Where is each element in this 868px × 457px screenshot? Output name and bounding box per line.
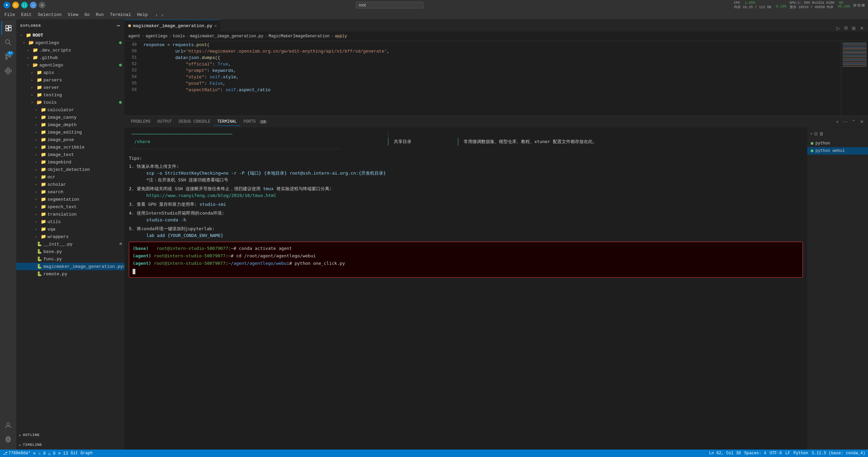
status-sync[interactable]: ⊙ bbox=[33, 451, 36, 456]
svg-rect-1 bbox=[9, 25, 11, 27]
tree-translation[interactable]: ▸📁translation bbox=[16, 211, 124, 218]
right-panel-trash[interactable]: 🗑 bbox=[819, 131, 824, 136]
tip-2: 2. 避免因终端关闭或 SSH 连接断开导致任务终止，强烈建议使用 tmux 将… bbox=[129, 185, 803, 199]
tree-func-py[interactable]: 🐍 func.py bbox=[16, 255, 124, 263]
activity-search[interactable] bbox=[1, 36, 15, 49]
window-controls[interactable]: ⊟⊡⊠ bbox=[853, 2, 865, 8]
tree-utils[interactable]: ▸📁utils bbox=[16, 218, 124, 225]
menu-view[interactable]: View bbox=[65, 11, 81, 18]
menu-edit[interactable]: Edit bbox=[18, 11, 34, 18]
activity-explorer[interactable] bbox=[1, 21, 15, 35]
title-search-input[interactable] bbox=[356, 2, 424, 8]
outline-header[interactable]: ▸ OUTLINE bbox=[16, 430, 124, 440]
tree-segmentation[interactable]: ▸📁segmentation bbox=[16, 196, 124, 203]
sidebar-menu-btn[interactable]: ⋯ bbox=[117, 22, 120, 29]
status-eol[interactable]: LF bbox=[785, 451, 790, 456]
terminal-item-python[interactable]: python bbox=[807, 140, 868, 147]
tree-remote-py[interactable]: 🐍 remote.py bbox=[16, 270, 124, 278]
tree-wrappers[interactable]: ▸📁wrappers bbox=[16, 233, 124, 240]
tree-parsers[interactable]: ▸📁parsers bbox=[16, 76, 124, 84]
status-language[interactable]: Python bbox=[793, 451, 808, 456]
tree-vqa[interactable]: ▸📁vqa bbox=[16, 225, 124, 233]
menu-file[interactable]: File bbox=[2, 11, 18, 18]
tree-agentlego-top[interactable]: ▾ 📂 agentlego bbox=[16, 39, 124, 46]
panel-maximize-btn[interactable]: ⌃ bbox=[850, 118, 857, 125]
breadcrumb-agentlego[interactable]: agentlego bbox=[146, 34, 168, 39]
system-stats: CPU 1.05% 内存 10.25 / 112 GB 9.15% GPU-1:… bbox=[734, 1, 865, 9]
activity-account[interactable] bbox=[1, 418, 15, 432]
tree-magicmaker-py[interactable]: 🐍 magicmaker_image_generation.py U bbox=[16, 263, 124, 270]
menu-go[interactable]: Go bbox=[82, 11, 93, 18]
tree-scholar[interactable]: ▸📁scholar bbox=[16, 181, 124, 188]
menu-help[interactable]: Help bbox=[134, 11, 150, 18]
tab-magicmaker[interactable]: magicmaker_image_generation.py ✕ bbox=[125, 20, 220, 32]
tip-1: 1. 快速从本地上传文件: scp -o StrictHostKeyChecki… bbox=[129, 163, 803, 183]
tree-calculator[interactable]: ▸📁calculator bbox=[16, 106, 124, 114]
tree-base-py[interactable]: 🐍 base.py bbox=[16, 248, 124, 255]
tree-image-editing[interactable]: ▸📁image_editing bbox=[16, 128, 124, 136]
editor-layout-btn[interactable]: ⊞ bbox=[850, 25, 857, 32]
command-box[interactable]: (base) root@intern-studio-50079077:~# co… bbox=[129, 242, 803, 278]
breadcrumb-file[interactable]: magicmaker_image_generation.py bbox=[190, 34, 263, 39]
breadcrumb-method[interactable]: apply bbox=[335, 34, 347, 39]
status-position[interactable]: Ln 62, Col 30 bbox=[709, 451, 741, 456]
panel-close-btn[interactable]: ✕ bbox=[859, 118, 865, 125]
tree-tools[interactable]: ▾📂tools bbox=[16, 99, 124, 106]
timeline-header[interactable]: ▸ TIMELINE bbox=[16, 440, 124, 450]
tree-ocr[interactable]: ▸📁ocr bbox=[16, 173, 124, 181]
tab-ports[interactable]: PORTS 13 bbox=[240, 118, 270, 126]
tree-root[interactable]: ▾ 📁 ROOT bbox=[16, 32, 124, 39]
tab-output[interactable]: OUTPUT bbox=[154, 118, 175, 126]
breadcrumb-tools[interactable]: tools bbox=[173, 34, 185, 39]
status-errors[interactable]: ⚠ 0 △ 0 bbox=[38, 451, 55, 456]
tab-close-btn[interactable]: ✕ bbox=[214, 23, 217, 28]
status-git-graph[interactable]: Git Graph bbox=[71, 451, 93, 456]
activity-settings[interactable] bbox=[1, 433, 15, 446]
tree-testing[interactable]: ▸📁testing bbox=[16, 91, 124, 99]
right-panel-add[interactable]: + bbox=[810, 131, 813, 136]
tree-object-detection[interactable]: ▸📁object_detection bbox=[16, 166, 124, 173]
tree-agentlego-inner[interactable]: ▾📂agentlego bbox=[16, 61, 124, 69]
tab-debug-console[interactable]: DEBUG CONSOLE bbox=[175, 118, 214, 126]
tree-apis[interactable]: ▸📁apis bbox=[16, 69, 124, 76]
status-git-branch[interactable]: ⎇ 7769e0da* bbox=[3, 451, 31, 456]
terminal-item-webui[interactable]: python webui bbox=[807, 147, 868, 155]
tree-speech-text[interactable]: ▸📁speech_text bbox=[16, 203, 124, 211]
code-content[interactable]: response = requests.post( url='https://m… bbox=[140, 41, 841, 116]
tree-github[interactable]: ▸📁.github bbox=[16, 54, 124, 61]
menu-run[interactable]: Run bbox=[93, 11, 106, 18]
nav-forward[interactable]: › bbox=[160, 12, 165, 18]
breadcrumb-class[interactable]: MagicMakerImageGeneration bbox=[269, 34, 330, 39]
nav-back[interactable]: ‹ bbox=[155, 12, 159, 18]
right-panel-split[interactable]: ⊟ bbox=[814, 131, 818, 136]
editor-split-btn[interactable]: ⧉ bbox=[843, 24, 849, 32]
tab-problems[interactable]: PROBLEMS bbox=[128, 118, 154, 126]
tree-image-pose[interactable]: ▸📁image_pose bbox=[16, 136, 124, 143]
editor-run-btn[interactable]: ▷ bbox=[835, 25, 842, 32]
tree-dev-scripts[interactable]: ▸📁.dev_scripts bbox=[16, 46, 124, 54]
breadcrumb-agent[interactable]: agent bbox=[128, 34, 140, 39]
activity-extensions[interactable] bbox=[1, 64, 15, 78]
editor-close-btn[interactable]: ✕ bbox=[859, 25, 865, 32]
panel-add-btn[interactable]: + bbox=[835, 118, 840, 125]
status-interpreter[interactable]: 3.11.5 (base: conda_4) bbox=[812, 451, 865, 456]
tree-imagebind[interactable]: ▸📁imagebind bbox=[16, 158, 124, 166]
menu-terminal[interactable]: Terminal bbox=[107, 11, 134, 18]
tree-search[interactable]: ▸📁search bbox=[16, 188, 124, 196]
tree-server[interactable]: ▸📁server bbox=[16, 84, 124, 91]
modified-dot-inner bbox=[119, 64, 122, 66]
tree-image-canny[interactable]: ▸📁image_canny bbox=[16, 114, 124, 121]
status-spaces[interactable]: Spaces: 4 bbox=[744, 451, 766, 456]
tree-image-scribble[interactable]: ▸📁image_scribble bbox=[16, 143, 124, 151]
terminal-content[interactable]: ────────────────────────────────────── /… bbox=[125, 128, 807, 450]
status-ports[interactable]: ⊙ 13 bbox=[58, 451, 68, 456]
panel-more-btn[interactable]: ⋯ bbox=[842, 118, 849, 125]
tree-init-py[interactable]: 🐍 __init__.py M bbox=[16, 240, 124, 248]
code-editor-main[interactable]: 49 50 51 52 53 54 55 56 response = reque… bbox=[125, 41, 841, 116]
tab-terminal[interactable]: TERMINAL bbox=[214, 118, 240, 126]
tree-image-text[interactable]: ▸📁image_text bbox=[16, 151, 124, 158]
tree-image-depth[interactable]: ▸📁image_depth bbox=[16, 121, 124, 128]
menu-selection[interactable]: Selection bbox=[35, 11, 64, 18]
activity-git[interactable]: 57 bbox=[1, 50, 15, 63]
status-encoding[interactable]: UTF-8 bbox=[770, 451, 782, 456]
